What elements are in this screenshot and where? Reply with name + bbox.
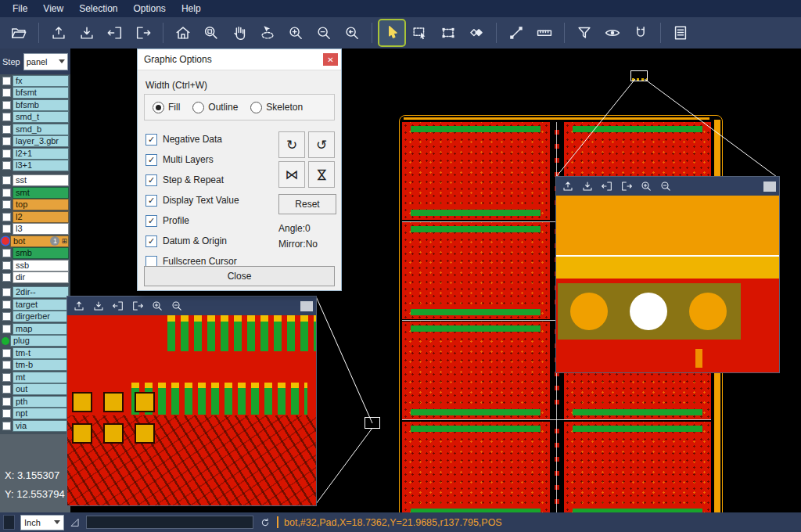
layer-name[interactable]: top xyxy=(13,199,69,210)
layer-name[interactable]: sst xyxy=(13,174,69,186)
checkbox-datum-origin[interactable]: Datum & Origin xyxy=(145,233,275,249)
layer-checkbox[interactable] xyxy=(2,349,11,358)
layer-row-bfsmb[interactable]: bfsmb xyxy=(0,99,70,110)
checkbox-box[interactable] xyxy=(145,174,157,186)
magnifier-1-titlebar[interactable] xyxy=(67,297,316,315)
magnifier-window-1[interactable] xyxy=(66,296,317,506)
layer-row-l2+1[interactable]: l2+1 xyxy=(0,148,70,159)
layer-name[interactable]: ssb xyxy=(13,260,69,271)
radio-outline[interactable]: Outline xyxy=(192,102,238,113)
zoom-in-button[interactable] xyxy=(149,298,166,314)
layer-row-dirgerber[interactable]: dirgerber xyxy=(0,311,70,322)
zoom-back-button[interactable] xyxy=(339,20,365,45)
layer-name[interactable]: tm-t xyxy=(13,347,69,359)
layer-checkbox[interactable] xyxy=(2,422,11,430)
layer-checkbox[interactable] xyxy=(2,312,11,321)
mirror-horizontal-button[interactable]: ⋈ xyxy=(278,161,305,188)
layer-row-2dir--[interactable]: 2dir-- xyxy=(0,287,70,298)
layer-checkbox[interactable] xyxy=(2,137,11,146)
layer-name[interactable]: smd_b xyxy=(13,124,69,135)
layer-checkbox[interactable] xyxy=(2,325,11,333)
checkbox-box[interactable] xyxy=(145,154,157,166)
layer-row-out[interactable]: out xyxy=(0,384,70,395)
layer-checkbox[interactable] xyxy=(2,225,11,233)
checkbox-box[interactable] xyxy=(145,215,157,227)
layer-checkbox[interactable] xyxy=(2,161,11,170)
layer-checkbox[interactable] xyxy=(2,397,11,406)
tray-up-button[interactable] xyxy=(46,20,71,45)
layer-row-layer_3.gbr[interactable]: layer_3.gbr xyxy=(0,136,70,147)
door-left-button[interactable] xyxy=(598,178,616,194)
graphic-options-dialog[interactable]: Graphic Options ✕ Width (Ctrl+W) FillOut… xyxy=(137,49,342,291)
dialog-titlebar[interactable]: Graphic Options ✕ xyxy=(138,49,341,70)
zoom-out-button[interactable] xyxy=(168,298,185,314)
refresh-icon[interactable] xyxy=(259,516,271,529)
home-button[interactable] xyxy=(171,20,196,45)
mirror-diamonds-button[interactable] xyxy=(464,20,489,45)
layer-name[interactable]: bot1⊞ xyxy=(10,235,69,247)
layer-row-ssb[interactable]: ssb xyxy=(0,260,70,271)
zoom-out-button[interactable] xyxy=(311,20,336,45)
layer-name[interactable]: out xyxy=(13,383,69,395)
zoom-region-button[interactable] xyxy=(199,20,224,45)
layer-name[interactable]: npt xyxy=(13,408,69,419)
checkbox-multi-layers[interactable]: Multi Layers xyxy=(145,152,275,167)
checkbox-box[interactable] xyxy=(145,195,157,207)
layer-row-map[interactable]: map xyxy=(0,323,70,334)
layer-name[interactable]: target xyxy=(13,299,69,311)
tray-down-button[interactable] xyxy=(90,298,107,314)
checkbox-box[interactable] xyxy=(145,134,157,146)
layer-checkbox[interactable] xyxy=(2,176,11,185)
layer-row-smd_b[interactable]: smd_b xyxy=(0,124,70,135)
layer-name[interactable]: smb xyxy=(13,247,69,259)
pan-hand-button[interactable] xyxy=(227,20,252,45)
layer-row-target[interactable]: target xyxy=(0,299,70,310)
layer-checkbox[interactable] xyxy=(2,300,11,309)
layer-name[interactable]: smt xyxy=(13,187,69,199)
layer-name[interactable]: l2+1 xyxy=(13,148,69,160)
open-folder-button[interactable] xyxy=(6,20,31,45)
lasso-select-button[interactable] xyxy=(255,20,280,45)
menu-item-options[interactable]: Options xyxy=(126,2,174,16)
layer-checkbox[interactable] xyxy=(2,288,11,297)
layer-checkbox[interactable] xyxy=(2,213,11,221)
cursor-pointer-button[interactable] xyxy=(379,20,404,45)
tray-down-button[interactable] xyxy=(74,20,99,45)
checkbox-negative-data[interactable]: Negative Data xyxy=(145,131,275,147)
layer-row-smb[interactable]: smb xyxy=(0,248,70,259)
layer-row-top[interactable]: top xyxy=(0,200,70,210)
layer-checkbox[interactable] xyxy=(2,249,11,257)
tray-down-button[interactable] xyxy=(579,178,596,194)
reset-button[interactable]: Reset xyxy=(278,194,336,214)
filter-funnel-button[interactable] xyxy=(572,20,597,45)
ruler-button[interactable] xyxy=(532,20,557,45)
layer-checkbox[interactable] xyxy=(2,88,11,97)
layer-row-plug[interactable]: plug xyxy=(0,336,70,347)
close-button[interactable]: Close xyxy=(144,266,335,286)
magnifier-2-titlebar[interactable] xyxy=(556,177,779,196)
layer-row-mt[interactable]: mt xyxy=(0,372,70,383)
radio-skeleton[interactable]: Skeleton xyxy=(250,102,303,113)
menu-item-view[interactable]: View xyxy=(35,2,71,16)
door-right-button[interactable] xyxy=(129,298,146,314)
layer-name[interactable]: l3+1 xyxy=(13,160,69,171)
close-icon[interactable]: ✕ xyxy=(323,53,338,66)
magnifier-window-2[interactable] xyxy=(555,176,780,373)
window-button[interactable] xyxy=(300,301,313,311)
layer-row-l3[interactable]: l3 xyxy=(0,224,70,235)
command-input[interactable] xyxy=(86,516,253,529)
layer-name[interactable]: via xyxy=(13,420,69,432)
zoom-in-button[interactable] xyxy=(283,20,308,45)
layer-row-fx[interactable]: fx xyxy=(0,75,70,86)
layer-checkbox[interactable] xyxy=(2,409,11,418)
transform-select-button[interactable] xyxy=(436,20,461,45)
door-right-button[interactable] xyxy=(618,178,635,194)
mirror-vertical-button[interactable]: ⋈ xyxy=(308,161,335,188)
layer-name[interactable]: dir xyxy=(13,271,69,283)
eye-button[interactable] xyxy=(600,20,625,45)
layer-checkbox[interactable] xyxy=(2,149,11,158)
layer-checkbox[interactable] xyxy=(2,261,11,270)
layer-name[interactable]: map xyxy=(13,323,69,335)
layer-row-npt[interactable]: npt xyxy=(0,408,70,419)
checkbox-profile[interactable]: Profile xyxy=(145,213,275,228)
